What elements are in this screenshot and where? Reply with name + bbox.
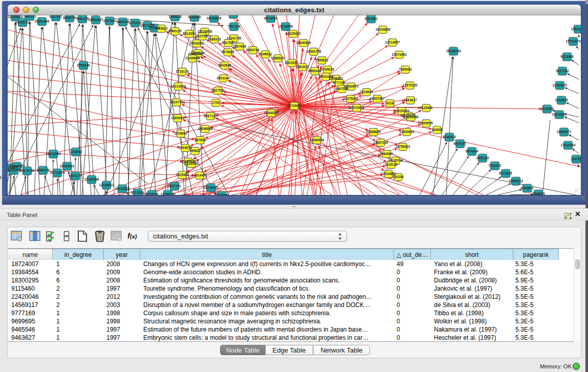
svg-text:10807487: 10807487	[370, 97, 385, 100]
svg-text:1610755: 1610755	[170, 100, 183, 104]
svg-text:7663822: 7663822	[155, 27, 168, 30]
svg-text:14275203: 14275203	[343, 97, 358, 100]
svg-text:8396759: 8396759	[36, 168, 50, 172]
svg-text:10653267: 10653267	[89, 18, 103, 21]
svg-text:19836388: 19836388	[404, 115, 419, 119]
svg-text:2603144: 2603144	[216, 76, 230, 80]
svg-text:9217207: 9217207	[49, 15, 62, 18]
svg-text:9474444: 9474444	[465, 149, 478, 153]
svg-text:3644095: 3644095	[532, 192, 545, 195]
svg-text:16033809: 16033809	[207, 16, 222, 20]
svg-text:9329966: 9329966	[560, 55, 574, 58]
svg-text:2367608: 2367608	[233, 45, 246, 48]
svg-text:6879197: 6879197	[453, 142, 467, 145]
svg-text:8454749: 8454749	[246, 48, 259, 52]
svg-text:15807249: 15807249	[374, 141, 388, 144]
svg-text:3984067: 3984067	[380, 152, 393, 156]
svg-text:13241736: 13241736	[227, 36, 242, 40]
svg-text:3215958: 3215958	[540, 107, 554, 111]
svg-text:9699695: 9699695	[420, 121, 433, 125]
svg-text:3267130: 3267130	[204, 114, 217, 118]
svg-text:1362615: 1362615	[296, 65, 309, 69]
svg-text:19218506: 19218506	[278, 25, 293, 28]
svg-text:8990444: 8990444	[308, 69, 321, 73]
svg-text:10323815: 10323815	[115, 187, 130, 190]
svg-text:8489709: 8489709	[63, 16, 76, 19]
svg-text:8322037: 8322037	[285, 61, 298, 64]
svg-text:16961758: 16961758	[307, 50, 321, 53]
svg-text:12213309: 12213309	[171, 84, 186, 88]
svg-text:15180586: 15180586	[84, 178, 99, 181]
svg-text:8471676: 8471676	[499, 171, 512, 175]
svg-text:17010504: 17010504	[561, 143, 576, 147]
svg-text:9115460: 9115460	[420, 106, 433, 110]
svg-text:949822: 949822	[189, 149, 201, 152]
svg-text:12975135: 12975135	[403, 83, 418, 87]
svg-text:1588520: 1588520	[271, 56, 285, 60]
svg-text:8186323: 8186323	[208, 37, 221, 41]
svg-text:2935114: 2935114	[476, 156, 489, 160]
svg-text:164095: 164095	[431, 128, 443, 132]
svg-text:2053346: 2053346	[77, 63, 90, 67]
svg-text:8938923: 8938923	[443, 135, 456, 139]
svg-text:19384554: 19384554	[310, 138, 324, 142]
svg-text:15692971: 15692971	[557, 130, 572, 134]
svg-text:10973493: 10973493	[392, 53, 407, 56]
svg-text:19285201: 19285201	[8, 168, 21, 172]
svg-text:8427552: 8427552	[211, 89, 225, 92]
svg-text:10210643: 10210643	[552, 113, 567, 116]
svg-text:7632621: 7632621	[488, 164, 502, 167]
svg-text:9527505: 9527505	[222, 41, 235, 45]
svg-text:22806503: 22806503	[10, 164, 25, 168]
svg-text:1839221: 1839221	[23, 15, 36, 18]
svg-text:3395870: 3395870	[191, 51, 205, 55]
svg-text:5682115: 5682115	[76, 17, 89, 20]
svg-text:20691406: 20691406	[35, 19, 50, 23]
svg-text:2718170: 2718170	[176, 70, 189, 73]
svg-text:13325419: 13325419	[286, 32, 301, 35]
svg-text:11558837: 11558837	[329, 77, 343, 80]
svg-text:10688609: 10688609	[366, 130, 381, 134]
svg-text:15751074: 15751074	[566, 39, 581, 43]
svg-text:12213967: 12213967	[385, 40, 400, 44]
svg-text:18640910: 18640910	[296, 41, 311, 45]
svg-text:887833: 887833	[194, 138, 206, 142]
svg-text:7485063: 7485063	[399, 68, 412, 71]
svg-text:16543362: 16543362	[189, 41, 204, 45]
svg-text:13748244: 13748244	[214, 193, 229, 195]
svg-text:16914479: 16914479	[192, 173, 207, 177]
svg-text:13654923: 13654923	[400, 130, 415, 134]
svg-text:252254: 252254	[393, 175, 404, 179]
svg-text:3875685: 3875685	[221, 50, 234, 54]
svg-text:8224730: 8224730	[145, 192, 159, 195]
svg-text:9245652: 9245652	[520, 186, 534, 190]
svg-text:2087682: 2087682	[364, 17, 378, 20]
svg-text:9657791: 9657791	[168, 184, 181, 188]
svg-text:9777169: 9777169	[333, 81, 346, 84]
svg-text:14055714: 14055714	[15, 20, 30, 24]
svg-text:1244415: 1244415	[555, 98, 568, 102]
svg-text:1218062: 1218062	[69, 150, 82, 154]
svg-text:15076749: 15076749	[20, 169, 35, 172]
svg-text:10334531: 10334531	[60, 164, 75, 168]
svg-text:8960125: 8960125	[168, 29, 182, 33]
svg-text:12294238: 12294238	[161, 192, 176, 195]
svg-text:9327505: 9327505	[195, 34, 209, 38]
svg-text:6128503: 6128503	[185, 162, 198, 165]
svg-text:6216: 6216	[386, 101, 394, 105]
svg-text:9242845: 9242845	[218, 63, 231, 67]
svg-text:6466160: 6466160	[116, 20, 129, 24]
svg-text:6794028: 6794028	[321, 68, 334, 71]
svg-text:19523409: 19523409	[571, 27, 581, 31]
svg-text:7955812: 7955812	[315, 58, 329, 62]
svg-text:4143890: 4143890	[188, 15, 201, 19]
svg-text:16120746: 16120746	[388, 159, 403, 162]
svg-text:22570529: 22570529	[350, 106, 364, 110]
svg-text:7357224: 7357224	[227, 25, 241, 28]
svg-text:10654112: 10654112	[509, 179, 524, 183]
svg-text:6217026: 6217026	[131, 191, 144, 194]
svg-text:10756923: 10756923	[396, 145, 410, 148]
svg-text:18300295: 18300295	[264, 111, 279, 115]
svg-text:116753: 116753	[571, 157, 581, 161]
svg-text:16154808: 16154808	[376, 28, 390, 31]
